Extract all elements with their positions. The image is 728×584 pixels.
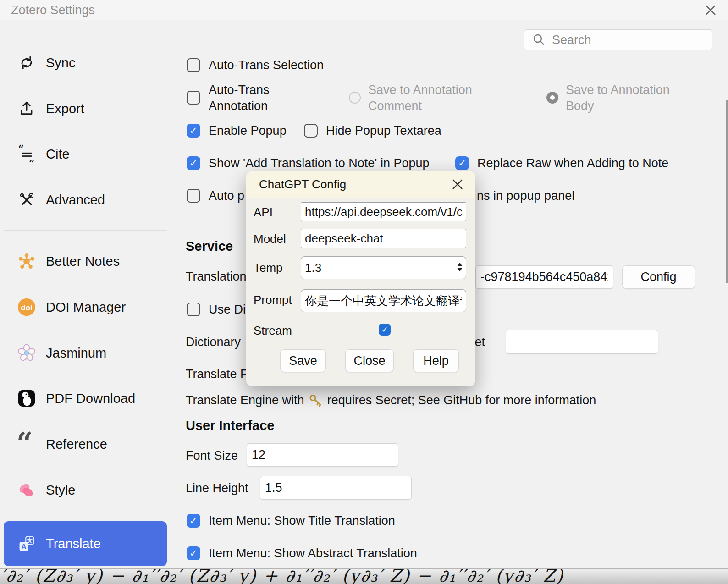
svg-text:„: „ — [29, 152, 35, 164]
prompt-input[interactable] — [301, 289, 466, 312]
item-menu-abstract-checkbox[interactable]: ✓ — [187, 546, 200, 560]
sidebar-item-label: Export — [46, 101, 84, 116]
enable-popup-label: Enable Popup — [209, 124, 287, 138]
cite-icon: “ „ — [17, 144, 37, 164]
replace-raw-label: Replace Raw when Adding to Note — [477, 156, 668, 171]
sidebar-item-style[interactable]: Style — [4, 474, 167, 507]
use-dict-checkbox[interactable] — [187, 303, 200, 316]
auto-popup-label-fragment: Auto p — [209, 189, 244, 203]
api-label: API — [254, 205, 273, 220]
save-button[interactable]: Save — [280, 349, 326, 372]
better-notes-icon — [17, 251, 37, 271]
save-to-annotation-body-radio[interactable] — [546, 92, 558, 104]
font-size-input[interactable] — [247, 443, 398, 467]
auto-popup-checkbox[interactable] — [187, 189, 200, 203]
temp-label: Temp — [254, 261, 283, 275]
dictionary-label: Dictionary — [186, 335, 241, 349]
enable-popup-checkbox[interactable]: ✓ — [187, 124, 200, 138]
temp-input[interactable] — [301, 256, 466, 279]
save-to-annotation-comment-radio[interactable] — [349, 92, 361, 104]
hide-popup-textarea-checkbox[interactable] — [304, 124, 318, 138]
background-document-window[interactable]: ′∂₂′ (Z∂₃′ y) − ∂₁′′∂₂′ (Z∂₃′ y) + ∂₁′′∂… — [0, 568, 728, 584]
font-size-label: Font Size — [186, 449, 238, 463]
export-icon — [17, 99, 37, 119]
key-icon — [309, 394, 323, 408]
sidebar-item-cite[interactable]: “ „ Cite — [4, 138, 167, 171]
style-petals-icon — [17, 480, 37, 500]
sidebar-item-label: Reference — [46, 437, 107, 452]
dialog-close-icon[interactable] — [452, 178, 463, 190]
jasminum-flower-icon — [17, 343, 37, 363]
auto-trans-annotation-checkbox[interactable] — [187, 91, 200, 105]
check-icon: ✓ — [189, 125, 198, 136]
spinner-up-icon[interactable] — [457, 263, 463, 266]
use-dict-label-fragment: Use Di — [209, 303, 246, 317]
translation-secret-input[interactable] — [475, 265, 613, 289]
check-icon: ✓ — [189, 158, 198, 169]
help-button[interactable]: Help — [413, 349, 459, 372]
save-to-annotation-body-label: Save to Annotation Body — [566, 82, 670, 114]
search-box[interactable] — [524, 29, 712, 50]
sidebar-item-label: Style — [46, 483, 75, 498]
search-icon — [533, 33, 546, 46]
check-icon: ✓ — [189, 515, 198, 526]
translate-forms-label-fragment: Translate F — [186, 367, 248, 381]
line-height-input[interactable] — [260, 476, 412, 500]
svg-text:doi: doi — [21, 303, 33, 312]
dialog-title: ChatGPT Config — [259, 177, 346, 192]
sidebar-item-jasminum[interactable]: Jasminum — [4, 336, 167, 369]
sidebar-item-label: Cite — [46, 147, 70, 162]
doi-manager-icon: doi — [17, 297, 37, 317]
config-button[interactable]: Config — [622, 265, 695, 289]
auto-trans-selection-checkbox[interactable] — [187, 58, 200, 72]
sidebar-item-export[interactable]: Export — [4, 92, 167, 125]
sidebar-item-label: Advanced — [46, 193, 105, 208]
zotero-settings-window: Zotero Settings Sync — [0, 0, 728, 584]
sidebar-item-reference[interactable]: “ Reference — [4, 428, 167, 461]
sidebar-item-pdf-download[interactable]: PDF Download — [4, 382, 167, 415]
translation-label: Translation — [186, 270, 247, 284]
sidebar-item-label: Better Notes — [46, 254, 120, 269]
close-button[interactable]: Close — [345, 349, 394, 372]
window-title: Zotero Settings — [11, 3, 95, 17]
sidebar-item-doi-manager[interactable]: doi DOI Manager — [4, 291, 167, 324]
replace-raw-checkbox[interactable]: ✓ — [455, 156, 469, 170]
auto-trans-annotation-label: Auto-Trans Annotation — [209, 82, 270, 114]
math-formula-text: ′∂₂′ (Z∂₃′ y) − ∂₁′′∂₂′ (Z∂₃′ y) + ∂₁′′∂… — [1, 568, 564, 584]
engine-note: Translate Engine with requires Secret; S… — [186, 393, 596, 408]
sync-icon — [17, 53, 37, 73]
vertical-scrollbar-thumb[interactable] — [726, 100, 728, 283]
stream-label: Stream — [254, 324, 292, 338]
check-icon: ✓ — [458, 158, 466, 169]
line-height-label: Line Height — [186, 481, 248, 496]
translate-icon: A — [17, 534, 37, 554]
sidebar-item-better-notes[interactable]: Better Notes — [4, 245, 167, 278]
search-input[interactable] — [551, 33, 704, 48]
svg-text:“: “ — [17, 426, 33, 459]
chatgpt-config-dialog: ChatGPT Config API Model Temp Prompt Str… — [246, 171, 475, 386]
service-heading: Service — [186, 239, 233, 254]
svg-text:A: A — [22, 543, 27, 550]
spinner-down-icon[interactable] — [457, 268, 463, 271]
item-menu-abstract-label: Item Menu: Show Abstract Translation — [209, 546, 417, 561]
model-input[interactable] — [301, 229, 466, 248]
item-menu-title-checkbox[interactable]: ✓ — [187, 514, 200, 528]
sidebar-item-label: Translate — [46, 536, 101, 551]
model-label: Model — [254, 232, 286, 246]
stream-checkbox[interactable]: ✓ — [379, 324, 391, 336]
reference-quotes-icon: “ — [17, 434, 37, 454]
api-input[interactable] — [301, 202, 466, 221]
sidebar-item-translate[interactable]: A Translate — [4, 521, 167, 566]
sidebar-item-advanced[interactable]: Advanced — [4, 183, 167, 216]
sidebar-item-label: Sync — [46, 55, 75, 71]
window-close-icon[interactable] — [704, 4, 717, 17]
pdf-download-penguin-icon — [17, 388, 37, 408]
tools-icon — [17, 190, 37, 210]
sidebar-item-sync[interactable]: Sync — [4, 46, 167, 79]
dictionary-secret-input[interactable] — [506, 330, 658, 354]
auto-popup-label-fragment-right: ns in popup panel — [477, 189, 574, 203]
sidebar-item-label: DOI Manager — [46, 300, 126, 315]
show-add-translation-checkbox[interactable]: ✓ — [187, 156, 200, 170]
sidebar-divider — [4, 230, 167, 231]
temp-spinner[interactable] — [457, 263, 463, 271]
